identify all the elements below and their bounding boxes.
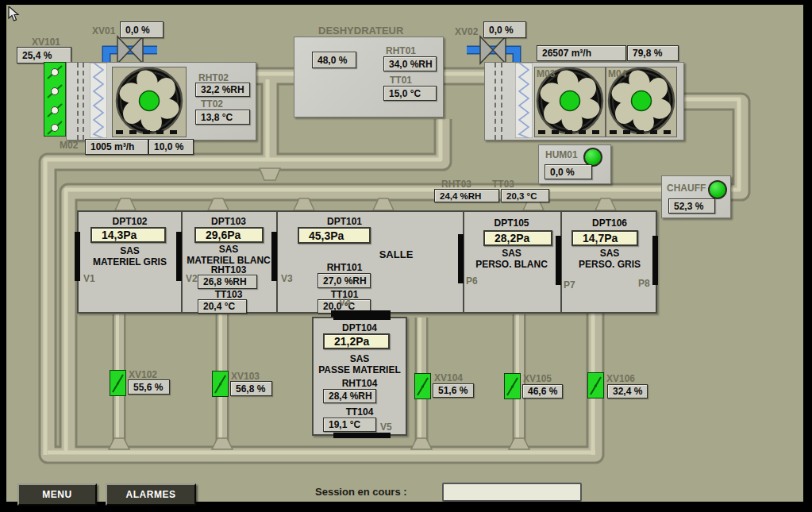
door-p8-label: P8	[638, 278, 650, 289]
deshydrateur-value: 48,0 %	[312, 52, 356, 68]
door-p8	[652, 236, 658, 285]
rht01-value: 34,0 %RH	[383, 56, 437, 71]
xv01-value: 0,0 %	[120, 21, 164, 38]
mouse-cursor-icon	[8, 6, 21, 22]
tt01-value: 15,0 °C	[383, 86, 437, 101]
xv106-tag: XV106	[606, 373, 635, 384]
casing-separator	[83, 63, 84, 140]
ahu-right-speed-value: 79,8 %	[627, 45, 679, 61]
rht101-value: 27,0 %RH	[317, 273, 371, 288]
room-name: SAS	[560, 248, 659, 259]
tt03-tag: TT03	[492, 179, 514, 190]
xv101-damper-icon[interactable]	[44, 62, 66, 137]
room-name: PERSO. GRIS	[560, 259, 659, 270]
tt02-value: 13,8 °C	[195, 110, 250, 125]
tt104-value: 19,1 °C	[323, 418, 376, 432]
m02-speed-value: 10,0 %	[148, 139, 194, 155]
xv103-valve-icon[interactable]	[212, 371, 229, 397]
xv102-tag: XV102	[129, 369, 157, 380]
dpt102-pressure-value: 14,3Pa	[90, 227, 166, 243]
tt104-tag: TT104	[314, 406, 406, 418]
dpt101-pressure-value: 45,3Pa	[298, 227, 371, 244]
door-p6-label: P6	[466, 275, 478, 287]
pass-room: DPT104 21,2Pa SAS PASSE MATERIEL RHT104 …	[312, 317, 407, 436]
heater-unit[interactable]: CHAUFF 52,3 %	[661, 175, 731, 218]
session-input[interactable]	[442, 483, 582, 502]
xv102-valve-icon[interactable]	[110, 370, 126, 396]
room-name: PERSO. BLANC	[463, 259, 560, 270]
tt01-tag: TT01	[390, 75, 412, 86]
chauff-value: 52,3 %	[668, 198, 715, 214]
door-v5-label: V5	[380, 422, 392, 433]
deshydrateur-unit[interactable]: 48,0 % RHT01 34,0 %RH TT01 15,0 °C	[294, 37, 444, 117]
xv104-value: 51,6 %	[433, 383, 474, 398]
xv104-valve-icon[interactable]	[414, 373, 431, 399]
deshydrateur-title: DESHYDRATEUR	[318, 25, 403, 37]
room-name: SAS	[79, 245, 181, 256]
dpt101-tag: DPT101	[293, 216, 396, 227]
casing-separator	[501, 63, 502, 140]
fan-m03[interactable]: M03	[534, 67, 606, 137]
hmi-screen: XV101 25,4 % XV01 0,0 %	[0, 0, 812, 512]
rooms-row: DPT102 14,3Pa SAS MATERIEL GRIS V1 DPT10…	[77, 210, 657, 314]
door-v5	[333, 433, 391, 438]
fan-m04[interactable]: M04	[606, 67, 677, 137]
rht101-tag: RHT101	[293, 262, 396, 273]
xv105-valve-icon[interactable]	[504, 373, 521, 399]
hum01-value: 0,0 %	[545, 164, 592, 179]
xv106-value: 32,4 %	[607, 384, 648, 398]
ahu-right-casing: M03 M04	[484, 62, 684, 141]
ahu-right-flow-value: 26507 m³/h	[537, 45, 626, 61]
tt103-tag: TT103	[181, 289, 276, 300]
room-name: SAS	[181, 244, 276, 255]
tt02-tag: TT02	[201, 98, 223, 110]
door-v2	[176, 232, 182, 281]
rht02-tag: RHT02	[198, 72, 229, 83]
xv01-butterfly-valve-icon[interactable]	[117, 37, 130, 64]
filter-icon	[90, 63, 107, 138]
rht103-value: 26,8 %RH	[198, 275, 257, 289]
xv105-tag: XV105	[523, 373, 552, 384]
menu-button[interactable]: MENU	[17, 483, 97, 506]
alarms-button[interactable]: ALARMES	[106, 483, 196, 506]
pass-room-door-top	[333, 314, 391, 320]
hum01-tag: HUM01	[545, 149, 578, 160]
filter-icon	[515, 63, 533, 138]
door-v3	[271, 232, 277, 281]
door-p7-label: P7	[564, 279, 575, 291]
xv101-tag: XV101	[32, 37, 60, 48]
rht104-tag: RHT104	[314, 378, 406, 389]
xv102-value: 55,6 %	[128, 379, 170, 395]
casing-separator	[77, 63, 79, 140]
xv103-value: 56,8 %	[230, 381, 272, 396]
chauff-status-led	[708, 180, 727, 199]
door-p7	[556, 236, 561, 285]
dpt103-tag: DPT103	[181, 216, 276, 227]
xv101-value: 25,4 %	[17, 47, 71, 64]
door-v3-label: V3	[281, 273, 293, 284]
dpt103-pressure-value: 29,6Pa	[194, 227, 264, 243]
xv02-value: 0,0 %	[483, 21, 526, 38]
rht03-value: 24,4 %RH	[434, 189, 499, 202]
fan-m02[interactable]	[112, 67, 187, 137]
session-label: Session en cours :	[315, 486, 407, 498]
dpt106-pressure-value: 14,7Pa	[571, 230, 638, 246]
room-name: SALLE	[348, 248, 444, 260]
fan-grille	[538, 130, 602, 134]
dpt102-tag: DPT102	[79, 216, 181, 227]
m02-flow-value: 1005 m³/h	[85, 139, 148, 155]
dpt106-tag: DPT106	[560, 218, 659, 229]
humidifier-unit[interactable]: HUM01 0,0 %	[538, 144, 611, 184]
m04-tag: M04	[608, 68, 626, 79]
casing-separator	[495, 63, 496, 140]
xv02-butterfly-valve-icon[interactable]	[480, 37, 493, 64]
xv103-tag: XV103	[231, 371, 260, 382]
rht03-tag: RHT03	[441, 179, 471, 190]
door-v2-label: V2	[186, 273, 198, 284]
xv106-valve-icon[interactable]	[587, 372, 604, 398]
tt103-value: 20,4 °C	[198, 299, 247, 314]
tt03-value: 20,3 °C	[501, 189, 549, 202]
m02-tag: M02	[60, 140, 78, 151]
room-name: PASSE MATERIEL	[314, 364, 406, 375]
room-name: SAS	[314, 353, 406, 364]
